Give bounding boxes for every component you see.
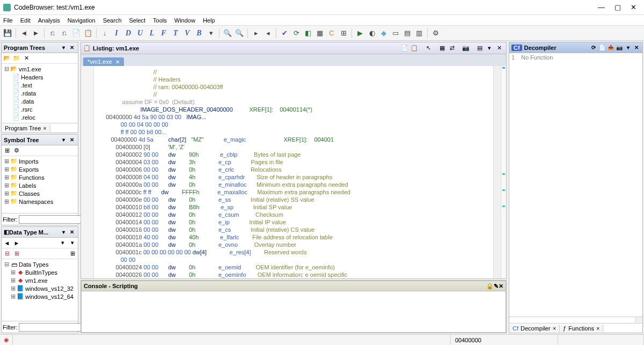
u-button[interactable]: U xyxy=(135,28,145,39)
panel-close-icon[interactable]: ✕ xyxy=(68,44,76,52)
clear-icon[interactable]: ✎ xyxy=(494,283,499,290)
layout-icon[interactable]: ▥ xyxy=(414,28,425,39)
tree-node[interactable]: 📄.reloc xyxy=(3,113,77,121)
redo-icon[interactable]: ⎌ xyxy=(59,28,70,39)
panel-close-icon[interactable]: ✕ xyxy=(68,136,76,144)
tree-node[interactable]: ⊞◆BuiltInTypes xyxy=(3,268,77,276)
tree-node[interactable]: 📄.text xyxy=(3,81,77,89)
panel-close-icon[interactable]: ✕ xyxy=(633,44,640,52)
tab-program-tree[interactable]: Program Tree× xyxy=(2,124,50,132)
t-button[interactable]: T xyxy=(170,28,181,39)
panel-menu-icon[interactable]: ▾ xyxy=(60,136,67,144)
close-button[interactable]: ✕ xyxy=(631,3,636,11)
zoom-out-icon[interactable]: 🔍 xyxy=(234,28,245,39)
folder-closed-icon[interactable]: 📁 xyxy=(12,54,21,63)
panel-menu-icon[interactable]: ▾ xyxy=(624,44,632,52)
snapshot-icon[interactable]: 📷 xyxy=(616,44,623,52)
export-icon[interactable]: 📤 xyxy=(607,44,614,52)
l-button[interactable]: L xyxy=(147,28,157,39)
collapse-icon[interactable]: ⊟ xyxy=(3,249,11,258)
run-icon[interactable]: ▶ xyxy=(355,28,365,39)
minimize-button[interactable]: — xyxy=(598,3,605,11)
close-icon[interactable]: × xyxy=(43,125,46,131)
close-icon[interactable]: × xyxy=(553,325,556,332)
forward-icon[interactable]: ► xyxy=(12,239,21,247)
close-icon[interactable]: ✕ xyxy=(115,59,120,65)
folder-open-icon[interactable]: 📂 xyxy=(3,54,11,63)
close-icon[interactable]: × xyxy=(596,325,599,332)
tree-node[interactable]: 📄Headers xyxy=(3,73,77,81)
marker-track[interactable] xyxy=(501,66,506,278)
tree-node[interactable]: ⊞📁Classes xyxy=(3,189,77,197)
panel-close-icon[interactable]: ✕ xyxy=(494,43,504,53)
menu-window[interactable]: Window xyxy=(174,17,195,24)
panel-menu-icon[interactable]: ▾ xyxy=(60,229,67,236)
file-tab[interactable]: *vm1.exe✕ xyxy=(83,57,124,66)
save-icon[interactable]: 💾 xyxy=(2,28,13,39)
unmark-icon[interactable]: ◂ xyxy=(262,28,273,39)
copy-icon[interactable]: 📄 xyxy=(400,43,409,53)
menu-edit[interactable]: Edit xyxy=(20,17,31,24)
tree-node[interactable]: ⊞📁Exports xyxy=(3,165,77,173)
tree-node[interactable]: ⊞📘windows_vs12_64 xyxy=(3,292,77,300)
d-button[interactable]: D xyxy=(123,28,134,39)
refresh-icon[interactable]: ⟳ xyxy=(291,28,302,39)
group-icon[interactable]: ⊞ xyxy=(3,146,11,155)
filter-icon[interactable]: ▾ xyxy=(58,239,67,247)
panel-menu-icon[interactable]: ▾ xyxy=(60,44,67,52)
config-icon[interactable]: ▾ xyxy=(68,239,77,247)
panel-close-icon[interactable]: ✕ xyxy=(68,229,76,236)
menu-select[interactable]: Select xyxy=(129,17,146,24)
tile-icon[interactable]: ▤ xyxy=(402,28,413,39)
paste-icon[interactable]: 📋 xyxy=(409,43,419,53)
diff-icon[interactable]: ⇄ xyxy=(447,43,457,53)
undo-icon[interactable]: ⎌ xyxy=(47,28,58,39)
tab-decompiler[interactable]: CfDecompiler× xyxy=(509,325,560,332)
scrollbar[interactable] xyxy=(493,66,501,278)
copy-icon[interactable]: 📄 xyxy=(598,44,606,52)
script-icon[interactable]: ⚙ xyxy=(430,28,441,39)
tree-node[interactable]: 📄.data xyxy=(3,97,77,105)
tree-root[interactable]: ⊟🗃Data Types xyxy=(3,260,77,268)
refresh-icon[interactable]: ⟳ xyxy=(590,44,597,52)
tree-node[interactable]: ⊞📁Functions xyxy=(3,173,77,181)
cursor-icon[interactable]: ↖ xyxy=(423,43,433,53)
tree-node[interactable]: ⊞📁Namespaces xyxy=(3,197,77,205)
window-icon[interactable]: ▭ xyxy=(390,28,401,39)
hex-icon[interactable]: ◧ xyxy=(303,28,313,39)
decompiler-body[interactable]: 1No Function xyxy=(509,53,642,317)
panel-menu-icon[interactable]: ▾ xyxy=(485,43,494,53)
f-button[interactable]: F xyxy=(158,28,169,39)
snapshot-icon[interactable]: 📷 xyxy=(461,43,471,53)
delete-icon[interactable]: ✕ xyxy=(22,54,31,63)
config-icon[interactable]: ⚙ xyxy=(12,146,21,155)
tree-node[interactable]: ⊞◆vm1.exe xyxy=(3,276,77,284)
menu-help[interactable]: Help xyxy=(203,17,215,24)
graph-icon[interactable]: C xyxy=(326,28,337,39)
tree-icon[interactable]: ⊞ xyxy=(338,28,349,39)
tree-node[interactable]: ⊞📁Labels xyxy=(3,181,77,189)
tree-node[interactable]: ⊞📁Imports xyxy=(3,157,77,165)
step-icon[interactable]: ◆ xyxy=(378,28,389,39)
paste-icon[interactable]: 📋 xyxy=(83,28,93,39)
tree-node[interactable]: ⊞📘windows_vs12_32 xyxy=(3,284,77,292)
tree-root[interactable]: ⊟📂vm1.exe xyxy=(3,65,77,73)
menu-file[interactable]: File xyxy=(3,17,13,24)
console-body[interactable] xyxy=(81,291,506,333)
dropdown-icon[interactable]: ▾ xyxy=(206,28,216,39)
expand-icon[interactable]: ⊞ xyxy=(12,249,21,258)
fields-icon[interactable]: ▦ xyxy=(437,43,447,53)
tree-node[interactable]: 📄.rdata xyxy=(3,89,77,97)
i-button[interactable]: I xyxy=(111,28,122,39)
stop-icon[interactable]: ◐ xyxy=(367,28,377,39)
check-icon[interactable]: ✔ xyxy=(279,28,290,39)
v-button[interactable]: V xyxy=(182,28,193,39)
b-button[interactable]: B xyxy=(194,28,204,39)
back-icon[interactable]: ◄ xyxy=(19,28,30,39)
zoom-in-icon[interactable]: 🔍 xyxy=(222,28,233,39)
tab-functions[interactable]: ƒFunctions× xyxy=(560,325,603,332)
mark-icon[interactable]: ▸ xyxy=(251,28,261,39)
maximize-button[interactable]: ▢ xyxy=(614,3,621,11)
listing-body[interactable]: // // Headers // ram: 00400000-004003ff … xyxy=(81,66,493,278)
menu-tools[interactable]: Tools xyxy=(153,17,167,24)
